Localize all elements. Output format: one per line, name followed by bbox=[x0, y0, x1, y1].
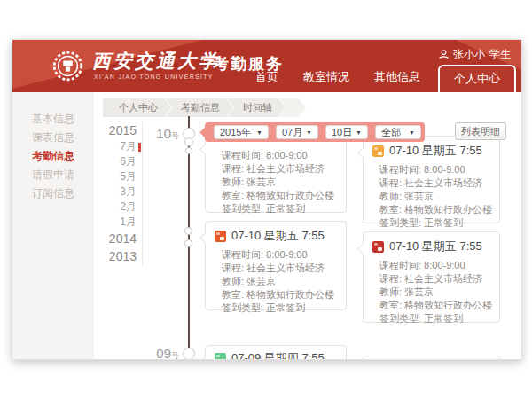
timeline-node bbox=[183, 348, 195, 360]
user-name: 张小小 bbox=[453, 47, 485, 62]
attendance-card: 07-09 星期四 7:55 bbox=[205, 345, 347, 360]
list-detail-button[interactable]: 列表明细 bbox=[455, 122, 506, 140]
university-logo-icon bbox=[52, 51, 83, 82]
card-field-teacher: 教师: 张芸京 bbox=[379, 286, 490, 299]
sidebar-item-attendance-info[interactable]: 考勤信息 bbox=[12, 147, 94, 166]
card-date: 07-10 星期五 7:55 bbox=[389, 143, 482, 159]
current-month-marker bbox=[138, 143, 141, 152]
nav-classrooms[interactable]: 教室情况 bbox=[291, 69, 362, 85]
signin-status-icon bbox=[372, 145, 384, 157]
card-notch bbox=[357, 243, 369, 254]
card-field-course-time: 课程时间: 8:00-9:00 bbox=[222, 248, 337, 262]
attendance-card: 07-10 星期五 7:55 课程时间: 8:00-9:00 课程: 社会主义市… bbox=[205, 221, 347, 310]
day-select[interactable]: 10日 ▼ bbox=[325, 125, 368, 139]
timeline-years-nav: 2015 7月 6月 5月 3月 2月 1月 2014 2013 bbox=[105, 121, 143, 265]
month-item-may[interactable]: 5月 bbox=[105, 169, 137, 184]
sidebar-item-basic-info[interactable]: 基本信息 bbox=[12, 110, 94, 129]
main-nav: 首页 教室情况 其他信息 个人中心 bbox=[243, 65, 516, 92]
scope-select[interactable]: 全部 ▼ bbox=[375, 125, 421, 139]
filter-bar: 2015年 ▼ 07月 ▼ 10日 ▼ 全部 ▼ bbox=[205, 122, 425, 142]
card-field-teacher: 教师: 张芸京 bbox=[379, 190, 490, 203]
user-menu[interactable]: 张小小 学生 bbox=[439, 47, 511, 62]
card-field-classroom: 教室: 格物致知行政办公楼 bbox=[222, 288, 337, 301]
sidebar: 基本信息 课表信息 考勤信息 请假申请 订阅信息 bbox=[12, 92, 94, 359]
breadcrumb-attendance-info[interactable]: 考勤信息 bbox=[165, 98, 233, 117]
signin-status-icon bbox=[215, 231, 226, 242]
card-notch bbox=[357, 147, 369, 159]
chevron-down-icon: ▼ bbox=[256, 129, 262, 136]
nav-personal-center[interactable]: 个人中心 bbox=[438, 65, 516, 92]
card-field-signin-type: 签到类型: 正常签到 bbox=[222, 202, 337, 215]
month-select[interactable]: 07月 ▼ bbox=[276, 125, 318, 139]
month-item-feb[interactable]: 2月 bbox=[105, 200, 137, 215]
university-name-cn: 西安交通大学 bbox=[92, 49, 220, 74]
card-notch bbox=[200, 144, 211, 155]
month-item-jan[interactable]: 1月 bbox=[105, 215, 137, 230]
card-field-course: 课程: 社会主义市场经济 bbox=[379, 176, 490, 190]
app-window: 西安交通大学 XI'AN JIAO TONG UNIVERSITY 考勤服务 张… bbox=[12, 39, 522, 360]
card-field-signin-type: 签到类型: 正常签到 bbox=[379, 216, 490, 230]
sidebar-item-subscription-info[interactable]: 订阅信息 bbox=[12, 184, 94, 203]
chevron-down-icon: ▼ bbox=[356, 129, 362, 136]
filter-bar-arrow bbox=[200, 127, 211, 138]
card-date: 07-10 星期五 7:55 bbox=[231, 228, 325, 244]
card-notch bbox=[200, 232, 211, 244]
card-field-signin-type: 签到类型: 正常签到 bbox=[379, 312, 490, 325]
card-field-course: 课程: 社会主义市场经济 bbox=[222, 262, 337, 275]
sidebar-item-leave-request[interactable]: 请假申请 bbox=[12, 166, 94, 184]
attendance-card: 07-10 星期五 7:55 课程时间: 8:00-9:00 课程: 社会主义市… bbox=[363, 231, 500, 323]
app-header: 西安交通大学 XI'AN JIAO TONG UNIVERSITY 考勤服务 张… bbox=[12, 40, 521, 92]
chevron-down-icon: ▼ bbox=[409, 129, 415, 136]
sidebar-item-schedule-info[interactable]: 课表信息 bbox=[12, 129, 94, 147]
card-date: 07-10 星期五 7:55 bbox=[389, 239, 482, 254]
university-name-en: XI'AN JIAO TONG UNIVERSITY bbox=[94, 74, 214, 80]
month-item-jul[interactable]: 7月 bbox=[105, 139, 137, 154]
card-field-course-time: 课程时间: 8:00-9:00 bbox=[379, 259, 490, 272]
nav-home[interactable]: 首页 bbox=[243, 69, 291, 85]
signin-status-icon bbox=[215, 353, 226, 361]
card-notch bbox=[200, 356, 211, 360]
day-label-09: 09号 bbox=[142, 346, 179, 360]
timeline-node bbox=[184, 239, 192, 247]
timeline-node bbox=[185, 147, 192, 154]
card-field-classroom: 教室: 格物致知行政办公楼 bbox=[379, 203, 490, 216]
breadcrumb-timeline[interactable]: 时间轴 bbox=[227, 98, 286, 117]
day-label-10: 10号 bbox=[142, 126, 179, 142]
year-item-2013[interactable]: 2013 bbox=[105, 247, 137, 265]
month-item-jun[interactable]: 6月 bbox=[105, 154, 137, 169]
breadcrumb: 个人中心 考勤信息 时间轴 bbox=[103, 98, 306, 117]
user-icon bbox=[439, 50, 449, 59]
card-field-teacher: 教师: 张芸京 bbox=[222, 176, 337, 189]
year-item-2015[interactable]: 2015 bbox=[105, 121, 137, 139]
timeline-node bbox=[184, 137, 193, 146]
month-item-mar[interactable]: 3月 bbox=[105, 184, 137, 200]
user-role: 学生 bbox=[489, 47, 511, 62]
card-date: 07-09 星期四 7:55 bbox=[231, 350, 325, 360]
card-field-course-time: 课程时间: 8:00-9:00 bbox=[222, 149, 337, 162]
card-field-classroom: 教室: 格物致知行政办公楼 bbox=[222, 189, 337, 202]
attendance-card: 07-10 星期五 7:55 课程时间: 8:00-9:00 课程: 社会主义市… bbox=[363, 136, 500, 223]
card-field-course-time: 课程时间: 8:00-9:00 bbox=[379, 163, 490, 176]
breadcrumb-personal-center[interactable]: 个人中心 bbox=[103, 98, 171, 117]
card-field-signin-type: 签到类型: 正常签到 bbox=[222, 301, 337, 315]
card-field-teacher: 教师: 张芸京 bbox=[222, 275, 337, 288]
attendance-card bbox=[363, 356, 500, 360]
year-item-2014[interactable]: 2014 bbox=[105, 230, 137, 247]
card-field-course: 课程: 社会主义市场经济 bbox=[379, 272, 490, 286]
nav-other-info[interactable]: 其他信息 bbox=[362, 69, 433, 85]
year-select[interactable]: 2015年 ▼ bbox=[214, 125, 269, 139]
card-field-course: 课程: 社会主义市场经济 bbox=[222, 162, 337, 176]
chevron-down-icon: ▼ bbox=[306, 129, 312, 136]
timeline-node bbox=[184, 227, 192, 235]
signin-status-icon bbox=[372, 241, 384, 253]
card-field-classroom: 教室: 格物致知行政办公楼 bbox=[379, 299, 490, 312]
